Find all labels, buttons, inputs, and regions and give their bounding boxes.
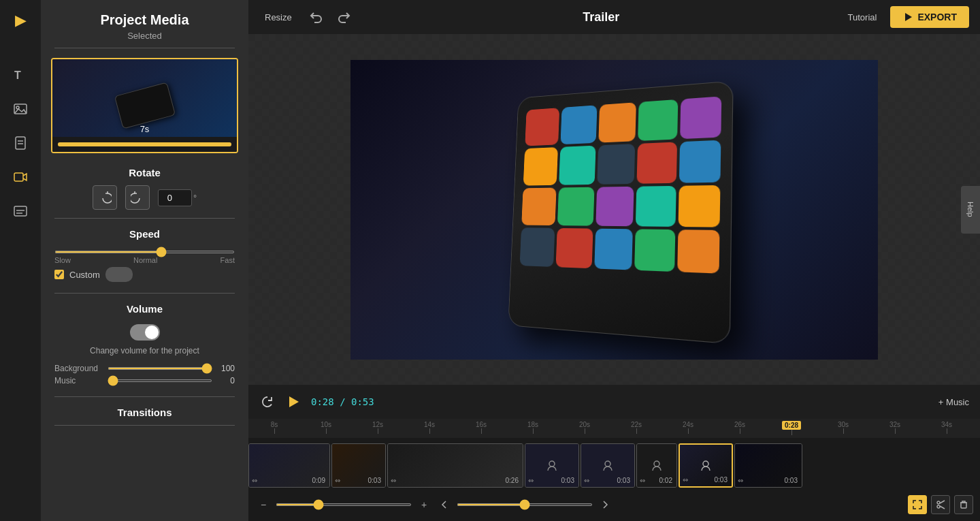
scroll-left-button[interactable] [436,496,453,513]
app-icon-8 [597,144,635,184]
playback-bar: 0:28 / 0:53 + Music [248,385,980,419]
logo-icon[interactable]: ▶ [7,7,34,34]
clip-1[interactable]: ⇔ 0:09 [248,443,330,488]
app-icon-3 [598,102,636,143]
help-button[interactable]: Help [961,186,980,234]
clip-4-expand-icon[interactable]: ⇔ [528,477,534,484]
rotate-left-btn[interactable] [125,185,150,210]
clip-1-expand-icon[interactable]: ⇔ [252,477,257,484]
clip-8[interactable]: ⇔ 0:03 [734,443,802,488]
export-button[interactable]: EXPORT [890,6,969,28]
zoom-in-button[interactable]: + [416,496,432,513]
clip-6-duration: 0:02 [659,477,672,484]
divider-5 [54,425,235,426]
replay-button[interactable] [259,394,276,410]
video-tool-icon[interactable] [7,163,34,191]
redo-button[interactable] [334,7,355,27]
speed-normal: Normal [133,256,157,264]
clip-3-duration: 0:26 [506,477,519,484]
ruler-mark-30s: 30s [817,421,869,435]
svg-rect-3 [16,137,25,149]
degree-input[interactable]: 0 [158,189,192,206]
divider-2 [54,218,235,219]
text-tool-icon[interactable]: T [7,61,34,89]
image-tool-icon[interactable] [7,95,34,123]
svg-point-16 [937,501,940,504]
background-volume-slider[interactable] [108,367,212,370]
media-thumbnail[interactable]: 7s [51,58,238,153]
undo-button[interactable] [306,7,326,27]
volume-toggle[interactable] [130,324,160,341]
ruler-mark-16s: 16s [455,421,507,435]
add-music-button[interactable]: + Music [938,397,969,407]
tutorial-button[interactable]: Tutorial [848,12,877,22]
resize-button[interactable]: Resize [259,10,297,25]
music-label: Music [54,376,102,385]
cut-clip-button[interactable] [931,495,950,514]
zoom-slider[interactable] [276,503,412,506]
ruler-mark-20s: 20s [559,421,610,435]
export-label: EXPORT [917,12,957,22]
clip-7-expand-icon[interactable]: ⇔ [683,476,688,484]
svg-line-19 [940,506,945,509]
app-icon-18 [594,228,633,269]
top-bar: Resize Trailer Tutorial EXPORT [248,0,980,34]
clip-5-expand-icon[interactable]: ⇔ [584,477,589,484]
media-progress-bar [52,137,237,152]
clip-2-duration: 0:03 [368,477,381,484]
left-panel: Project Media Selected 7s Rotate 0 ° Spe… [41,0,248,521]
clip-6-expand-icon[interactable]: ⇔ [640,477,645,484]
video-preview [350,60,878,360]
ruler-mark-18s: 18s [507,421,559,435]
toggle-knob [145,326,159,339]
app-icon-14 [635,185,675,226]
divider-1 [54,48,235,48]
total-time: 0:53 [351,396,374,407]
ruler-mark-22s: 22s [610,421,662,435]
time-separator: / [340,396,351,407]
app-icon-7 [559,146,595,185]
progress-bg [58,142,231,146]
timeline-scroll-slider[interactable] [457,503,593,506]
subtitle-tool-icon[interactable] [7,198,34,225]
clip-3[interactable]: ⇔ 0:26 [387,443,523,488]
app-icon-16 [519,227,555,266]
main-content: Resize Trailer Tutorial EXPORT [248,0,980,521]
clip-6[interactable]: ⇔ 0:02 [636,443,677,488]
speed-label: Speed [41,221,248,244]
ruler-mark-24s: 24s [662,421,714,435]
delete-clip-button[interactable] [954,495,973,514]
background-label: Background [54,364,102,373]
speed-slider[interactable] [54,251,235,253]
zoom-out-button[interactable]: − [255,496,272,513]
progress-fill [58,142,231,146]
clip-4[interactable]: ⇔ 0:03 [525,443,579,488]
clip-8-expand-icon[interactable]: ⇔ [738,477,743,484]
fullscreen-clip-button[interactable] [908,495,927,514]
scroll-right-button[interactable] [597,496,613,513]
svg-marker-10 [905,13,912,21]
music-volume-row: Music 0 [54,376,235,385]
timeline-area: 8s 10s 12s 14s 16s 18s 20s 22s 24s 26s 0… [248,419,980,521]
volume-section: Change volume for the project Background… [41,319,248,394]
clip-7-duration: 0:03 [715,476,728,484]
clip-5[interactable]: ⇔ 0:03 [581,443,635,488]
clip-3-expand-icon[interactable]: ⇔ [391,477,396,484]
app-icon-1 [525,108,559,146]
app-icon-6 [523,147,557,185]
music-volume-slider[interactable] [108,379,212,382]
svg-point-17 [937,505,940,508]
play-button[interactable] [284,392,303,411]
project-title: Trailer [363,10,840,25]
timeline-ruler: 8s 10s 12s 14s 16s 18s 20s 22s 24s 26s 0… [248,419,980,438]
custom-value-box [105,267,133,282]
clip-2[interactable]: ⇔ 0:03 [331,443,386,488]
rotate-right-btn[interactable] [93,185,117,210]
clip-2-expand-icon[interactable]: ⇔ [335,477,340,484]
document-tool-icon[interactable] [7,129,34,157]
ruler-mark-10s: 10s [300,421,352,435]
clip-7[interactable]: ⇔ 0:03 [679,443,733,488]
custom-checkbox[interactable] [54,270,64,279]
ruler-mark-28s: 0:28 [766,421,817,435]
custom-row: Custom [54,264,235,285]
